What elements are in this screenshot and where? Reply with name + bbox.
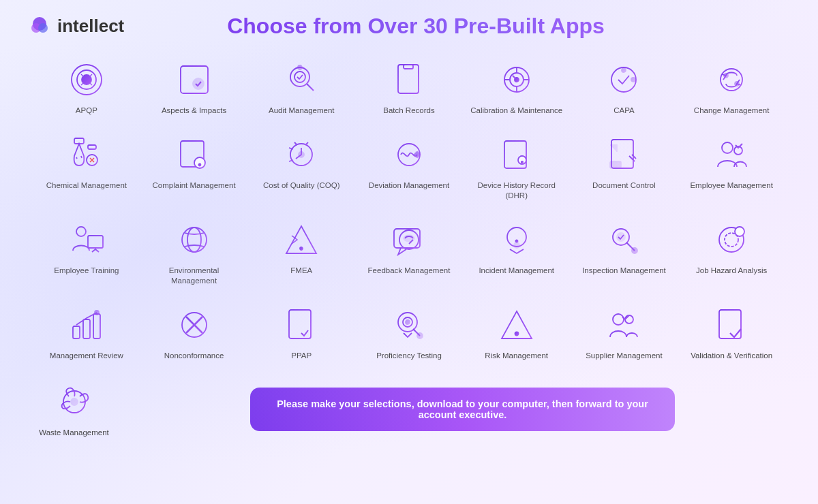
validation-verification-icon xyxy=(711,304,752,345)
svg-point-77 xyxy=(632,248,637,253)
logo-text: intellect xyxy=(57,16,124,37)
management-review-label: Management Review xyxy=(50,351,123,362)
svg-point-95 xyxy=(406,320,410,324)
incident-management-label: Incident Management xyxy=(479,266,554,277)
employee-training-label: Employee Training xyxy=(54,266,119,277)
complaint-management-icon xyxy=(174,134,215,175)
supplier-management-label: Supplier Management xyxy=(586,351,663,362)
svg-point-11 xyxy=(193,78,204,89)
fmea-icon xyxy=(281,219,322,260)
app-item-chemical-management[interactable]: Chemical Management xyxy=(34,127,139,207)
waste-column: Waste Management xyxy=(20,375,127,444)
app-item-employee-training[interactable]: Employee Training xyxy=(34,212,139,292)
inspection-management-icon xyxy=(603,219,644,260)
svg-point-25 xyxy=(622,68,626,72)
svg-point-76 xyxy=(617,233,625,241)
aspects-impacts-label: Aspects & Impacts xyxy=(162,106,226,116)
employee-training-icon xyxy=(66,219,107,260)
proficiency-testing-icon xyxy=(389,304,429,345)
app-item-capa[interactable]: CAPA xyxy=(572,52,677,122)
app-item-cost-of-quality[interactable]: Cost of Quality (COQ) xyxy=(249,127,354,207)
apqp-label: APQP xyxy=(76,106,97,116)
app-item-supplier-management[interactable]: Supplier Management xyxy=(572,298,677,367)
svg-point-50 xyxy=(521,161,523,162)
app-item-audit-management[interactable]: Audit Management xyxy=(249,52,354,122)
svg-line-14 xyxy=(307,84,314,91)
svg-point-13 xyxy=(294,72,305,82)
app-item-ppap[interactable]: PPAP xyxy=(249,298,354,367)
risk-management-label: Risk Management xyxy=(485,351,548,362)
chemical-management-label: Chemical Management xyxy=(46,180,127,191)
change-management-icon xyxy=(711,59,752,100)
capa-label: CAPA xyxy=(614,106,634,116)
svg-point-56 xyxy=(722,142,733,153)
app-item-document-control[interactable]: Document Control xyxy=(572,127,677,207)
change-management-label: Change Management xyxy=(694,106,770,116)
app-item-deviation-management[interactable]: Deviation Management xyxy=(357,127,461,207)
app-item-incident-management[interactable]: Incident Management xyxy=(464,212,569,292)
app-item-batch-records[interactable]: Batch Records xyxy=(357,52,461,122)
svg-rect-32 xyxy=(88,145,96,149)
bottom-banner: Please make your selections, download to… xyxy=(250,388,675,431)
app-item-validation-verification[interactable]: Validation & Verification xyxy=(679,298,784,367)
app-item-employee-management[interactable]: Employee Management xyxy=(679,127,784,207)
svg-point-96 xyxy=(417,333,423,338)
bottom-section: Waste Management Please make your select… xyxy=(0,375,818,444)
app-item-calibration-maintenance[interactable]: Calibration & Maintenance xyxy=(464,52,569,122)
environmental-management-icon xyxy=(174,219,215,260)
ppap-label: PPAP xyxy=(291,351,312,362)
inspection-management-label: Inspection Management xyxy=(582,266,666,277)
feedback-management-label: Feedback Management xyxy=(368,266,451,277)
supplier-management-icon xyxy=(603,304,644,345)
validation-verification-label: Validation & Verification xyxy=(691,351,772,362)
cost-of-quality-icon xyxy=(281,134,322,175)
app-item-inspection-management[interactable]: Inspection Management xyxy=(572,212,677,292)
nonconformance-icon xyxy=(174,304,215,345)
app-item-complaint-management[interactable]: Complaint Management xyxy=(142,127,247,207)
app-item-job-hazard-analysis[interactable]: Job Hazard Analysis xyxy=(679,212,784,292)
audit-management-label: Audit Management xyxy=(269,106,335,116)
logo-area: intellect xyxy=(27,14,150,39)
app-item-environmental-management[interactable]: Environmental Management xyxy=(142,212,247,292)
svg-point-26 xyxy=(631,78,635,82)
app-item-fmea[interactable]: FMEA xyxy=(249,212,354,292)
svg-rect-81 xyxy=(73,326,80,338)
employee-management-icon xyxy=(711,134,752,175)
intellect-logo-icon xyxy=(27,14,52,39)
svg-point-39 xyxy=(198,163,200,166)
svg-point-41 xyxy=(299,152,304,157)
chemical-management-icon xyxy=(66,134,107,175)
incident-management-icon xyxy=(496,219,537,260)
app-item-apqp[interactable]: APQP xyxy=(34,52,139,122)
audit-management-icon xyxy=(281,59,322,100)
device-history-record-label: Device History Record (DHR) xyxy=(468,180,565,202)
app-item-aspects-impacts[interactable]: Aspects & Impacts xyxy=(142,52,247,122)
batch-records-icon xyxy=(389,59,429,100)
app-item-device-history-record[interactable]: Device History Record (DHR) xyxy=(464,127,569,207)
waste-management-icon xyxy=(54,381,95,422)
employee-management-label: Employee Management xyxy=(690,180,772,191)
fmea-label: FMEA xyxy=(290,266,312,277)
apps-grid: APQP Aspects & Impacts Audit Management … xyxy=(14,46,804,373)
management-review-icon xyxy=(66,304,107,345)
calibration-maintenance-label: Calibration & Maintenance xyxy=(470,106,562,116)
app-item-nonconformance[interactable]: Nonconformance xyxy=(142,298,247,367)
svg-point-100 xyxy=(625,315,633,324)
svg-point-15 xyxy=(298,65,302,69)
app-item-feedback-management[interactable]: Feedback Management xyxy=(357,212,461,292)
svg-rect-55 xyxy=(610,161,621,168)
nonconformance-label: Nonconformance xyxy=(164,351,224,362)
job-hazard-analysis-icon xyxy=(711,219,752,260)
risk-management-icon xyxy=(496,304,537,345)
app-item-waste-management[interactable]: Waste Management xyxy=(33,375,115,444)
app-item-proficiency-testing[interactable]: Proficiency Testing xyxy=(357,298,461,367)
svg-point-84 xyxy=(95,311,99,315)
svg-rect-83 xyxy=(93,314,100,338)
app-item-change-management[interactable]: Change Management xyxy=(679,52,784,122)
svg-point-58 xyxy=(76,227,86,236)
app-item-management-review[interactable]: Management Review xyxy=(34,298,139,367)
app-item-risk-management[interactable]: Risk Management xyxy=(464,298,569,367)
feedback-management-icon xyxy=(389,219,429,260)
svg-point-73 xyxy=(514,242,519,248)
capa-icon xyxy=(603,59,644,100)
